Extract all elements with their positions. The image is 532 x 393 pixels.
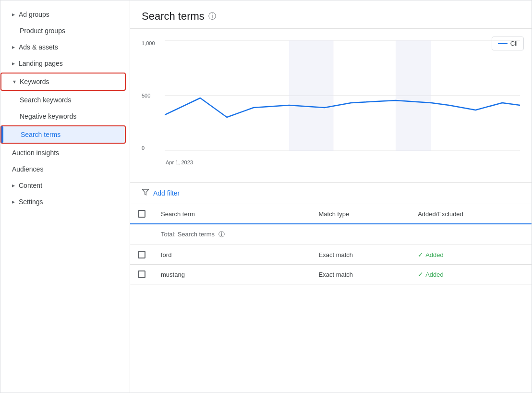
table-header-checkbox (130, 204, 153, 224)
sidebar-item-label: Keywords (20, 78, 49, 86)
total-status-cell (410, 224, 532, 245)
add-filter-button[interactable]: Add filter (153, 189, 180, 197)
sidebar-item-ads-assets[interactable]: ▸ Ads & assets (0, 39, 126, 55)
table-header-added-excluded[interactable]: Added/Excluded (410, 204, 532, 224)
svg-rect-4 (396, 40, 431, 151)
sidebar-item-negative-keywords[interactable]: Negative keywords (0, 108, 126, 124)
total-label: Total: Search terms (161, 231, 215, 238)
sidebar-item-content[interactable]: ▸ Content (0, 177, 126, 194)
table-header-search-term[interactable]: Search term (153, 204, 311, 224)
sidebar-item-search-terms[interactable]: Search terms (1, 126, 125, 143)
table-header-row: Search term Match type Added/Excluded (130, 204, 532, 224)
table-total-row: Total: Search terms ⓘ (130, 224, 532, 245)
table-row: mustang Exact match ✓ Added (130, 265, 532, 284)
y-label-1000: 1,000 (142, 40, 161, 46)
sidebar-item-label: Negative keywords (20, 112, 76, 120)
row-checkbox-cell (130, 245, 153, 265)
status-badge: ✓ Added (418, 270, 524, 278)
sidebar-item-ad-groups[interactable]: ▸ Ad groups (0, 6, 126, 23)
table-header-match-type[interactable]: Match type (311, 204, 411, 224)
main-content: Search terms ⓘ Cli 0 500 1,000 (130, 0, 532, 393)
sidebar-item-label: Content (19, 182, 42, 189)
sidebar: ▸ Ad groups Product groups ▸ Ads & asset… (0, 0, 130, 393)
chevron-icon: ▸ (12, 182, 15, 189)
search-term-cell: mustang (153, 265, 311, 284)
match-type-cell: Exact match (311, 265, 411, 284)
check-icon: ✓ (418, 270, 423, 278)
row-checkbox[interactable] (138, 251, 145, 258)
sidebar-item-product-groups[interactable]: Product groups (0, 23, 126, 39)
chevron-icon: ▸ (12, 44, 15, 50)
y-label-0: 0 (142, 145, 161, 151)
page-header: Search terms ⓘ (130, 0, 532, 29)
filter-icon (142, 188, 149, 198)
chevron-icon: ▸ (12, 11, 15, 18)
sidebar-item-label: Ads & assets (19, 43, 58, 51)
chart-y-labels: 0 500 1,000 (142, 40, 161, 151)
status-badge: ✓ Added (418, 251, 524, 258)
svg-rect-3 (289, 40, 334, 151)
page-title: Search terms (142, 10, 205, 23)
sidebar-item-label: Search terms (21, 131, 60, 138)
total-match-type-cell (311, 224, 411, 245)
status-label: Added (425, 251, 444, 258)
chevron-icon: ▸ (12, 198, 15, 205)
sidebar-item-label: Settings (19, 198, 43, 206)
sidebar-item-label: Landing pages (19, 60, 63, 67)
table-container: Search term Match type Added/Excluded To… (130, 204, 532, 393)
header-checkbox[interactable] (138, 210, 145, 218)
status-label: Added (425, 271, 444, 278)
sidebar-item-settings[interactable]: ▸ Settings (0, 194, 126, 210)
chart-x-label: Apr 1, 2023 (166, 160, 193, 165)
status-cell: ✓ Added (410, 245, 532, 265)
help-icon-small[interactable]: ⓘ (218, 231, 225, 238)
svg-marker-5 (142, 189, 148, 195)
row-checkbox-cell (130, 265, 153, 284)
sidebar-item-label: Product groups (20, 27, 65, 35)
table-row: ford Exact match ✓ Added (130, 245, 532, 265)
check-icon: ✓ (418, 251, 423, 258)
chart-area: Cli 0 500 1,000 (130, 29, 532, 183)
status-cell: ✓ Added (410, 265, 532, 284)
y-label-500: 500 (142, 93, 161, 98)
filter-bar: Add filter (130, 183, 532, 204)
total-checkbox-cell (130, 224, 153, 245)
match-type-cell: Exact match (311, 245, 411, 265)
sidebar-item-auction-insights[interactable]: Auction insights (0, 145, 126, 161)
sidebar-item-label: Search keywords (20, 96, 71, 104)
chart-svg (165, 40, 520, 151)
sidebar-item-search-keywords[interactable]: Search keywords (0, 92, 126, 108)
row-checkbox[interactable] (138, 270, 145, 278)
search-terms-table: Search term Match type Added/Excluded To… (130, 204, 532, 284)
sidebar-item-audiences[interactable]: Audiences (0, 161, 126, 177)
sidebar-item-label: Auction insights (12, 149, 59, 157)
sidebar-item-label: Audiences (12, 165, 43, 173)
chevron-icon: ▸ (12, 60, 15, 67)
total-label-cell: Total: Search terms ⓘ (153, 224, 311, 245)
search-term-cell: ford (153, 245, 311, 265)
chevron-down-icon: ▾ (13, 78, 16, 85)
sidebar-item-landing-pages[interactable]: ▸ Landing pages (0, 55, 126, 72)
sidebar-item-label: Ad groups (19, 11, 49, 18)
sidebar-item-keywords[interactable]: ▾ Keywords (1, 74, 125, 90)
help-icon[interactable]: ⓘ (208, 12, 216, 22)
chart-wrapper: 0 500 1,000 (142, 40, 520, 165)
